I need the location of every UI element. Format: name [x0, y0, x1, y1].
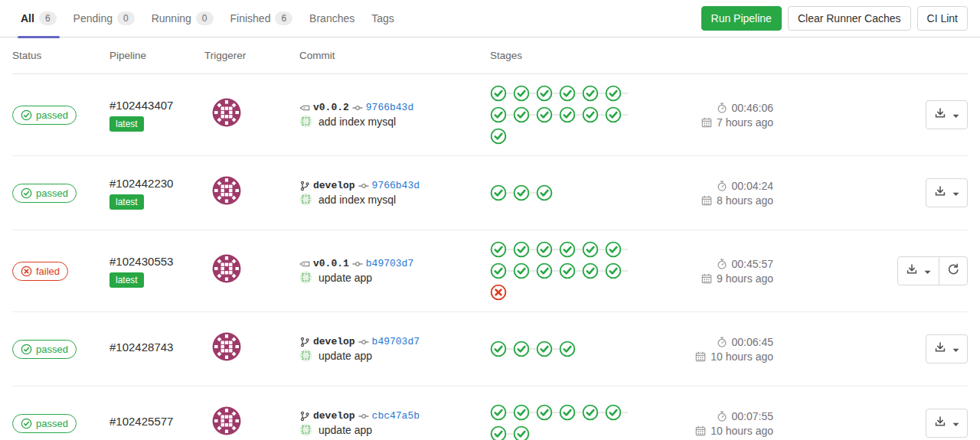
download-icon: [934, 341, 946, 357]
stage-passed-icon[interactable]: [490, 241, 513, 258]
stage-passed-icon[interactable]: [559, 262, 582, 279]
triggerer-avatar[interactable]: [212, 332, 241, 363]
chevron-down-icon: [952, 109, 959, 122]
commit-sha-link[interactable]: cbc47a5b: [372, 410, 420, 422]
commit-icon: [352, 103, 363, 113]
tab-all[interactable]: All 6: [12, 0, 65, 37]
triggerer-avatar[interactable]: [212, 98, 241, 129]
stage-passed-icon[interactable]: [513, 341, 536, 357]
stage-passed-icon[interactable]: [490, 341, 513, 357]
status-label: failed: [36, 266, 60, 277]
download-artifacts-button[interactable]: [897, 256, 939, 285]
download-artifacts-button[interactable]: [926, 409, 968, 438]
pipeline-id-link[interactable]: #102428743: [109, 341, 204, 354]
ref-link[interactable]: v0.0.2: [313, 102, 349, 113]
ref-link[interactable]: develop: [313, 180, 355, 191]
calendar-icon: [701, 117, 712, 128]
status-badge[interactable]: passed: [12, 106, 77, 125]
tab-count: 6: [39, 11, 57, 25]
triggerer-avatar[interactable]: [212, 176, 241, 207]
timer-icon: [717, 337, 727, 347]
stage-passed-icon[interactable]: [490, 262, 513, 279]
stage-passed-icon[interactable]: [490, 128, 507, 145]
commit-message-link[interactable]: add index mysql: [318, 194, 396, 206]
commit-sha-link[interactable]: 9766b43d: [372, 180, 420, 191]
tab-label: Finished: [230, 12, 271, 24]
triggerer-avatar[interactable]: [212, 406, 241, 438]
status-badge[interactable]: failed: [12, 262, 68, 281]
stage-passed-icon[interactable]: [605, 106, 628, 123]
tab-pending[interactable]: Pending 0: [65, 0, 143, 37]
commit-icon: [358, 181, 369, 191]
ref-link[interactable]: develop: [313, 336, 355, 347]
commit-message-link[interactable]: add index mysql: [318, 116, 396, 128]
ci-lint-button[interactable]: CI Lint: [917, 6, 968, 31]
tab-tags[interactable]: Tags: [363, 0, 403, 37]
stage-passed-icon[interactable]: [536, 404, 559, 421]
triggerer-avatar[interactable]: [212, 254, 241, 285]
download-artifacts-button[interactable]: [926, 100, 968, 129]
stage-passed-icon[interactable]: [513, 404, 536, 421]
ref-link[interactable]: v0.0.1: [313, 258, 349, 269]
stage-passed-icon[interactable]: [513, 425, 530, 440]
stage-passed-icon[interactable]: [490, 85, 513, 102]
stage-passed-icon[interactable]: [605, 404, 628, 421]
stage-passed-icon[interactable]: [513, 262, 536, 279]
stage-passed-icon[interactable]: [536, 85, 559, 102]
commit-message-link[interactable]: update app: [318, 424, 372, 436]
stage-passed-icon[interactable]: [605, 241, 628, 258]
commit-message-link[interactable]: update app: [318, 350, 372, 362]
stage-passed-icon[interactable]: [513, 85, 536, 102]
stage-passed-icon[interactable]: [559, 85, 582, 102]
stage-passed-icon[interactable]: [490, 184, 513, 201]
stage-passed-icon[interactable]: [536, 184, 553, 201]
stage-passed-icon[interactable]: [513, 241, 536, 258]
stage-passed-icon[interactable]: [536, 262, 559, 279]
status-badge[interactable]: passed: [12, 340, 77, 359]
download-artifacts-button[interactable]: [926, 178, 968, 207]
commit-sha-link[interactable]: 9766b43d: [366, 102, 413, 113]
stage-passed-icon[interactable]: [490, 106, 513, 123]
pipeline-id-link[interactable]: #102442230: [109, 177, 204, 190]
run-pipeline-button[interactable]: Run Pipeline: [701, 6, 782, 31]
stage-passed-icon[interactable]: [559, 404, 582, 421]
status-badge[interactable]: passed: [12, 414, 77, 433]
stage-passed-icon[interactable]: [582, 404, 605, 421]
retry-pipeline-button[interactable]: [939, 256, 968, 285]
pipeline-id-link[interactable]: #102430553: [109, 255, 204, 268]
tab-branches[interactable]: Branches: [301, 0, 363, 37]
stage-failed-icon[interactable]: [490, 284, 507, 301]
stage-passed-icon[interactable]: [513, 106, 536, 123]
commit-sha-link[interactable]: b49703d7: [372, 336, 420, 347]
pipeline-id-link[interactable]: #102443407: [109, 99, 204, 112]
stage-passed-icon[interactable]: [490, 425, 513, 440]
tab-finished[interactable]: Finished 6: [222, 0, 302, 37]
clear-runner-caches-button[interactable]: Clear Runner Caches: [788, 6, 911, 31]
stage-passed-icon[interactable]: [536, 106, 559, 123]
stage-passed-icon[interactable]: [559, 341, 576, 357]
stage-passed-icon[interactable]: [559, 241, 582, 258]
calendar-icon: [701, 273, 712, 284]
stage-passed-icon[interactable]: [513, 184, 536, 201]
stage-passed-icon[interactable]: [582, 262, 605, 279]
stage-passed-icon[interactable]: [582, 85, 605, 102]
commit-sha-link[interactable]: b49703d7: [366, 258, 413, 269]
stage-passed-icon[interactable]: [559, 106, 582, 123]
tab-label: All: [21, 12, 34, 24]
download-artifacts-button[interactable]: [926, 334, 968, 363]
stage-passed-icon[interactable]: [582, 241, 605, 258]
pipeline-id-link[interactable]: #102425577: [109, 415, 204, 428]
stage-passed-icon[interactable]: [605, 262, 628, 279]
status-badge[interactable]: passed: [12, 184, 77, 203]
stage-passed-icon[interactable]: [536, 341, 559, 357]
tab-label: Branches: [309, 12, 354, 24]
commit-message-link[interactable]: update app: [318, 272, 372, 284]
ref-link[interactable]: develop: [313, 410, 355, 422]
stage-passed-icon[interactable]: [490, 404, 513, 421]
stage-passed-icon[interactable]: [582, 106, 605, 123]
commit-author-avatar: [299, 271, 312, 284]
stage-passed-icon[interactable]: [536, 241, 559, 258]
tab-running[interactable]: Running 0: [143, 0, 222, 37]
stage-passed-icon[interactable]: [605, 85, 628, 102]
status-label: passed: [36, 344, 68, 355]
